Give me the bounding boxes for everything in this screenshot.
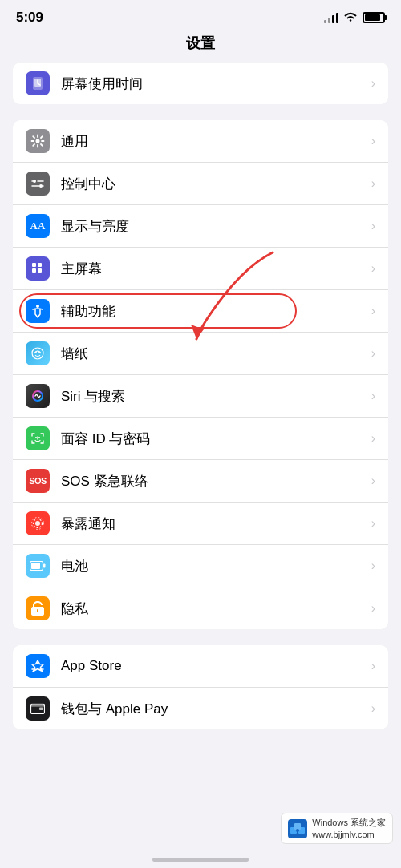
general-label: 通用 [61,132,365,151]
watermark-text: Windows 系统之家 www.bjjmlv.com [312,817,386,840]
row-siri[interactable]: Siri 与搜索 › [13,375,388,418]
chevron-icon: › [371,134,375,148]
page-title: 设置 [0,30,401,63]
svg-point-18 [38,437,40,438]
row-sos[interactable]: SOS SOS 紧急联络 › [13,460,388,503]
accessibility-icon [26,299,50,323]
battery-icon [26,554,50,578]
chevron-icon: › [371,431,375,446]
chevron-icon: › [371,304,375,318]
sos-icon: SOS [26,469,50,493]
section-apps: App Store › 钱包与 Apple Pay › [13,645,388,729]
watermark-icon [288,819,307,838]
appstore-label: App Store [61,658,365,674]
svg-rect-25 [37,609,38,612]
svg-rect-10 [38,263,42,267]
svg-point-2 [36,139,40,143]
chevron-icon: › [371,559,375,573]
screen-time-label: 屏幕使用时间 [61,75,365,93]
status-icons [324,11,385,25]
row-faceid[interactable]: 面容 ID 与密码 › [13,418,388,460]
annotation-arrow [144,244,305,349]
chevron-icon: › [371,389,375,403]
svg-point-14 [35,352,37,353]
svg-rect-24 [43,564,46,568]
wallet-label: 钱包与 Apple Pay [61,700,365,718]
svg-rect-28 [39,708,43,711]
svg-point-19 [35,521,40,526]
home-indicator [152,858,249,862]
home-screen-icon [26,256,50,281]
row-general[interactable]: 通用 › [13,120,388,163]
battery-label: 电池 [61,557,365,575]
chevron-icon: › [371,516,375,531]
wallpaper-icon [26,341,50,365]
wallet-icon [26,696,50,721]
row-control-center[interactable]: 控制中心 › [13,163,388,205]
chevron-icon: › [371,176,375,191]
chevron-icon: › [371,346,375,361]
svg-point-15 [38,352,40,353]
control-center-icon [26,172,50,196]
siri-icon [26,384,50,408]
signal-icon [324,12,338,23]
svg-rect-33 [294,823,301,830]
display-icon: AA [26,214,50,238]
svg-rect-23 [31,563,40,569]
exposure-label: 暴露通知 [61,515,365,533]
row-appstore[interactable]: App Store › [13,645,388,688]
chevron-icon: › [371,76,375,91]
watermark: Windows 系统之家 www.bjjmlv.com [281,813,393,844]
sos-label: SOS 紧急联络 [61,472,365,491]
section-general: 通用 › 控制中心 › AA 显示与亮度 › [13,120,388,629]
chevron-icon: › [371,261,375,276]
svg-point-13 [36,305,39,308]
row-battery[interactable]: 电池 › [13,545,388,587]
chevron-icon: › [371,601,375,616]
row-exposure[interactable]: 暴露通知 › [13,503,388,545]
appstore-icon [26,654,50,678]
control-center-label: 控制中心 [61,175,365,193]
chevron-icon: › [371,659,375,673]
svg-point-34 [296,829,299,832]
general-icon [26,129,50,153]
row-screen-time[interactable]: 屏幕使用时间 › [13,63,388,104]
faceid-icon [26,426,50,450]
chevron-icon: › [371,219,375,233]
battery-status-icon [363,12,385,23]
status-bar: 5:09 [0,0,401,30]
siri-label: Siri 与搜索 [61,387,365,406]
svg-rect-9 [32,263,36,267]
section-screen-time: 屏幕使用时间 › [13,63,388,104]
status-time: 5:09 [16,10,43,26]
svg-point-17 [35,437,37,438]
privacy-icon [26,596,50,620]
chevron-icon: › [371,474,375,488]
row-display[interactable]: AA 显示与亮度 › [13,205,388,248]
wifi-icon [343,11,358,25]
privacy-label: 隐私 [61,600,365,618]
svg-rect-11 [32,268,36,273]
screentime-icon [26,71,50,95]
faceid-label: 面容 ID 与密码 [61,430,365,448]
chevron-icon: › [371,701,375,716]
row-privacy[interactable]: 隐私 › [13,587,388,629]
display-label: 显示与亮度 [61,217,365,236]
svg-rect-12 [38,268,42,273]
row-wallet[interactable]: 钱包与 Apple Pay › [13,688,388,729]
exposure-icon [26,511,50,535]
